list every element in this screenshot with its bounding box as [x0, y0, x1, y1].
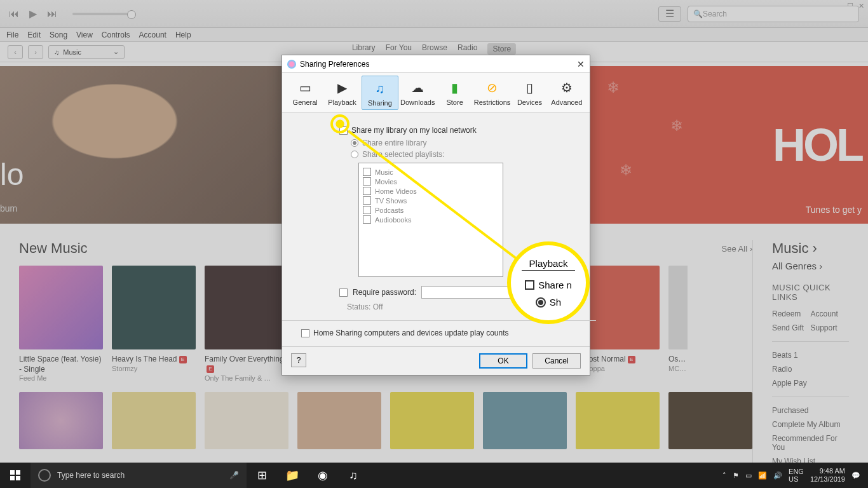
- menu-song[interactable]: Song: [50, 30, 67, 39]
- menu-file[interactable]: File: [6, 30, 18, 39]
- link-redeem[interactable]: Redeem: [772, 307, 811, 321]
- link-purchased[interactable]: Purchased: [772, 403, 849, 417]
- album-art[interactable]: [668, 392, 752, 449]
- highlight-share-label: Share n: [538, 280, 572, 290]
- task-view-button[interactable]: ⊞: [247, 463, 277, 488]
- back-button[interactable]: ‹: [8, 45, 23, 59]
- album-art[interactable]: [19, 392, 103, 449]
- cancel-button[interactable]: Cancel: [532, 353, 581, 369]
- search-input[interactable]: 🔍 Search: [688, 6, 859, 22]
- tab-for-you[interactable]: For You: [386, 43, 412, 55]
- tab-store[interactable]: ▮Store: [437, 76, 472, 110]
- tab-sharing[interactable]: ♫Sharing: [362, 76, 398, 110]
- file-explorer-icon[interactable]: 📁: [277, 463, 308, 488]
- album-art[interactable]: [19, 266, 103, 349]
- tray-wifi-icon[interactable]: 📶: [758, 471, 767, 480]
- tab-advanced[interactable]: ⚙Advanced: [549, 76, 585, 110]
- link-account[interactable]: Account: [811, 307, 850, 321]
- link-apple-pay[interactable]: Apple Pay: [772, 376, 849, 390]
- tab-library[interactable]: Library: [352, 43, 376, 55]
- menu-view[interactable]: View: [76, 30, 93, 39]
- tab-playback[interactable]: ▶Playback: [324, 76, 360, 110]
- dialog-close-button[interactable]: ✕: [577, 59, 585, 69]
- playlist-checkbox[interactable]: [363, 187, 371, 195]
- playlist-label: Music: [375, 168, 393, 176]
- playlist-checkbox[interactable]: [363, 168, 371, 176]
- tray-clock[interactable]: 9:48 AM12/13/2019: [810, 467, 845, 484]
- tab-general[interactable]: ▭General: [287, 76, 323, 110]
- album-artist: Feed Me: [19, 374, 103, 382]
- link-beats1[interactable]: Beats 1: [772, 348, 849, 362]
- ok-button[interactable]: OK: [479, 353, 527, 369]
- taskbar-search[interactable]: Type here to search 🎤: [31, 463, 247, 488]
- album-art[interactable]: [297, 392, 381, 449]
- radio-selected-playlists[interactable]: [351, 151, 358, 158]
- album-title[interactable]: Family Over EverythingE: [205, 355, 288, 374]
- radio-entire-library[interactable]: [351, 139, 358, 147]
- tab-devices[interactable]: ▯Devices: [512, 76, 547, 110]
- playlist-checkbox[interactable]: [363, 177, 371, 186]
- highlight-title: Playback: [522, 258, 576, 271]
- forward-button[interactable]: ›: [28, 45, 43, 59]
- album-art[interactable]: [205, 392, 288, 449]
- menu-account[interactable]: Account: [139, 30, 166, 39]
- library-selector[interactable]: ♫ Music ⌄: [48, 45, 125, 59]
- svg-rect-3: [10, 476, 15, 480]
- album-art[interactable]: [668, 266, 688, 349]
- link-radio[interactable]: Radio: [772, 362, 849, 376]
- tab-browse[interactable]: Browse: [422, 43, 447, 55]
- prev-button[interactable]: ⏮: [6, 6, 22, 22]
- snowflake-icon: ❄: [620, 161, 632, 179]
- home-sharing-checkbox[interactable]: [301, 329, 309, 337]
- playlist-box[interactable]: MusicMoviesHome VideosTV ShowsPodcastsAu…: [358, 163, 503, 277]
- menu-help[interactable]: Help: [175, 30, 191, 39]
- album-art[interactable]: [483, 392, 567, 449]
- album-art[interactable]: [205, 266, 288, 349]
- see-all-link[interactable]: See All ›: [722, 244, 752, 254]
- tray-security-icon[interactable]: ⚑: [733, 471, 739, 480]
- album-art[interactable]: [390, 392, 474, 449]
- mic-icon[interactable]: 🎤: [229, 471, 239, 480]
- link-recommended[interactable]: Recommended For You: [772, 431, 849, 454]
- tab-store[interactable]: Store: [487, 43, 516, 55]
- album-title[interactable]: Little Space (feat. Yosie) - Single: [19, 355, 103, 374]
- link-send-gift[interactable]: Send Gift: [772, 321, 811, 335]
- password-input[interactable]: [421, 286, 510, 299]
- volume-slider[interactable]: [72, 13, 136, 15]
- menu-edit[interactable]: Edit: [27, 30, 41, 39]
- sharing-preferences-dialog: Sharing Preferences ✕ ▭General ▶Playback…: [281, 55, 590, 376]
- play-button[interactable]: ▶: [25, 6, 41, 22]
- itunes-taskbar-icon[interactable]: ♫: [338, 463, 369, 488]
- tab-restrictions[interactable]: ⊘Restrictions: [474, 76, 510, 110]
- album-title[interactable]: Heavy Is The HeadE: [112, 355, 196, 365]
- playlist-checkbox[interactable]: [363, 196, 371, 205]
- tray-language[interactable]: ENGUS: [789, 468, 804, 483]
- close-button[interactable]: ✕: [858, 2, 864, 10]
- start-button[interactable]: [0, 463, 31, 488]
- tray-notifications-icon[interactable]: 💬: [851, 471, 860, 480]
- menu-controls[interactable]: Controls: [102, 30, 130, 39]
- hero-right[interactable]: ❄ ❄ ❄ HOL Tunes to get y: [581, 66, 868, 224]
- sidebar-title[interactable]: Music ›: [772, 240, 849, 257]
- share-library-label: Share my library on my local network: [351, 126, 477, 135]
- album-art[interactable]: [112, 392, 196, 449]
- hero-left[interactable]: lo bum: [0, 66, 287, 224]
- list-view-button[interactable]: ☰: [658, 6, 681, 22]
- chrome-icon[interactable]: ◉: [308, 463, 338, 488]
- tray-chevron-icon[interactable]: ˄: [722, 471, 726, 480]
- album-art[interactable]: [112, 266, 196, 349]
- tray-battery-icon[interactable]: ▭: [745, 471, 752, 480]
- tab-downloads[interactable]: ☁Downloads: [400, 76, 435, 110]
- sidebar-genre[interactable]: All Genres ›: [772, 261, 849, 271]
- album-art[interactable]: [576, 392, 660, 449]
- home-sharing-label: Home Sharing computers and devices updat…: [313, 329, 509, 337]
- tab-radio[interactable]: Radio: [458, 43, 477, 55]
- link-support[interactable]: Support: [811, 321, 850, 335]
- playlist-checkbox[interactable]: [363, 206, 371, 214]
- link-complete-album[interactable]: Complete My Album: [772, 417, 849, 431]
- require-password-checkbox[interactable]: [339, 288, 348, 297]
- help-button[interactable]: ?: [291, 353, 306, 367]
- next-button[interactable]: ⏭: [44, 6, 60, 22]
- tray-volume-icon[interactable]: 🔊: [773, 471, 782, 480]
- playlist-checkbox[interactable]: [363, 215, 371, 224]
